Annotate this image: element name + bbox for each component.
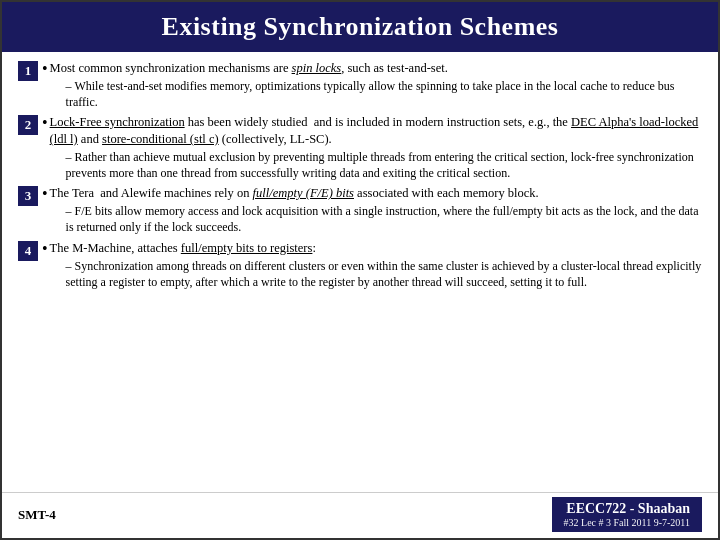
item-4-bullet: •: [42, 240, 48, 258]
item-3-number: 3: [18, 186, 38, 206]
item-3-main: The Tera and Alewife machines rely on fu…: [50, 185, 702, 202]
item-4-row: 4 • The M-Machine, attaches full/empty b…: [18, 240, 702, 290]
footer: SMT-4 EECC722 - Shaaban #32 Lec # 3 Fall…: [2, 492, 718, 538]
item-2-bullet: •: [42, 114, 48, 132]
item-4-sub-1: Synchronization among threads on differe…: [50, 258, 702, 290]
item-1-content: Most common synchronization mechanisms a…: [50, 60, 702, 110]
item-3-bullet: •: [42, 185, 48, 203]
item-1-bullet: •: [42, 60, 48, 78]
item-2-main: Lock-Free synchronization has been widel…: [50, 114, 702, 148]
footer-left-label: SMT-4: [18, 507, 56, 523]
item-2-content: Lock-Free synchronization has been widel…: [50, 114, 702, 181]
item-4-content: The M-Machine, attaches full/empty bits …: [50, 240, 702, 290]
slide: Existing Synchronization Schemes 1 • Mos…: [0, 0, 720, 540]
content-area: 1 • Most common synchronization mechanis…: [2, 52, 718, 492]
slide-title: Existing Synchronization Schemes: [2, 2, 718, 52]
item-2-row: 2 • Lock-Free synchronization has been w…: [18, 114, 702, 181]
item-3-sub-1: F/E bits allow memory access and lock ac…: [50, 203, 702, 235]
item-4-main: The M-Machine, attaches full/empty bits …: [50, 240, 702, 257]
item-3-row: 3 • The Tera and Alewife machines rely o…: [18, 185, 702, 235]
item-2-sub-1: Rather than achieve mutual exclusion by …: [50, 149, 702, 181]
item-1-row: 1 • Most common synchronization mechanis…: [18, 60, 702, 110]
item-2-number: 2: [18, 115, 38, 135]
item-4-number: 4: [18, 241, 38, 261]
footer-right-box: EECC722 - Shaaban #32 Lec # 3 Fall 2011 …: [552, 497, 702, 532]
footer-course-title: EECC722 - Shaaban: [566, 501, 690, 517]
item-1-main: Most common synchronization mechanisms a…: [50, 60, 702, 77]
footer-lecture-info: #32 Lec # 3 Fall 2011 9-7-2011: [564, 517, 690, 528]
item-3-content: The Tera and Alewife machines rely on fu…: [50, 185, 702, 235]
item-1-sub-1: While test-and-set modifies memory, opti…: [50, 78, 702, 110]
item-1-number: 1: [18, 61, 38, 81]
